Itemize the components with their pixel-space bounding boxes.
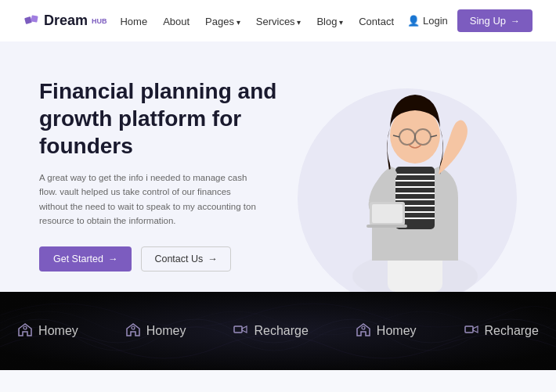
homey-icon-3 bbox=[356, 322, 371, 341]
svg-rect-24 bbox=[234, 326, 242, 333]
svg-rect-21 bbox=[366, 225, 407, 228]
nav-about[interactable]: About bbox=[163, 14, 190, 28]
nav-links: Home About Pages Services Blog Contact bbox=[120, 14, 394, 28]
svg-rect-1 bbox=[31, 15, 38, 22]
svg-rect-20 bbox=[372, 204, 403, 223]
hero-title: Financial planning and growth platform f… bbox=[39, 77, 286, 160]
hero-buttons: Get Started → Contact Us → bbox=[39, 246, 286, 272]
homey-icon-2 bbox=[125, 322, 141, 341]
brand-name-5: Recharge bbox=[485, 324, 539, 338]
hero-content: Financial planning and growth platform f… bbox=[39, 77, 286, 272]
nav-contact[interactable]: Contact bbox=[359, 14, 394, 28]
hero-description: A great way to get the info i needed to … bbox=[39, 171, 258, 228]
homey-icon-1 bbox=[17, 322, 33, 341]
hero-person bbox=[321, 57, 509, 292]
nav-pages[interactable]: Pages bbox=[205, 14, 240, 28]
recharge-icon-1 bbox=[233, 322, 248, 341]
logo-hub: HUB bbox=[92, 17, 107, 25]
svg-rect-0 bbox=[24, 16, 32, 24]
logo-icon bbox=[23, 13, 41, 30]
contact-us-button[interactable]: Contact Us → bbox=[141, 246, 230, 272]
recharge-icon-2 bbox=[464, 322, 479, 341]
nav-actions: 👤 Login Sing Up → bbox=[407, 9, 533, 32]
brand-item-1: Homey bbox=[17, 322, 78, 341]
nav-blog[interactable]: Blog bbox=[316, 14, 343, 28]
brand-item-3: Recharge bbox=[233, 322, 308, 341]
person-illustration bbox=[329, 65, 501, 292]
svg-point-22 bbox=[23, 326, 27, 329]
svg-point-23 bbox=[132, 326, 135, 329]
hero-section: Financial planning and growth platform f… bbox=[0, 41, 556, 292]
login-button[interactable]: 👤 Login bbox=[407, 15, 448, 27]
nav-home[interactable]: Home bbox=[120, 14, 147, 28]
get-started-button[interactable]: Get Started → bbox=[39, 246, 132, 272]
brand-name-1: Homey bbox=[38, 324, 78, 338]
brand-name-4: Homey bbox=[377, 324, 417, 338]
brand-item-5: Recharge bbox=[464, 322, 539, 341]
svg-point-25 bbox=[362, 326, 365, 329]
navbar: DreamHUB Home About Pages Services Blog … bbox=[0, 0, 556, 41]
brand-name-2: Homey bbox=[146, 324, 186, 338]
nav-services[interactable]: Services bbox=[256, 14, 301, 28]
logo-text: Dream bbox=[44, 13, 88, 29]
brands-bar: Homey Homey Recharge Homey bbox=[0, 292, 556, 370]
signup-button[interactable]: Sing Up → bbox=[457, 9, 533, 32]
svg-rect-26 bbox=[465, 326, 473, 333]
hero-image-area bbox=[286, 57, 533, 292]
brand-item-4: Homey bbox=[356, 322, 417, 341]
logo[interactable]: DreamHUB bbox=[23, 13, 107, 30]
brand-item-2: Homey bbox=[125, 322, 186, 341]
brand-name-3: Recharge bbox=[254, 324, 308, 338]
